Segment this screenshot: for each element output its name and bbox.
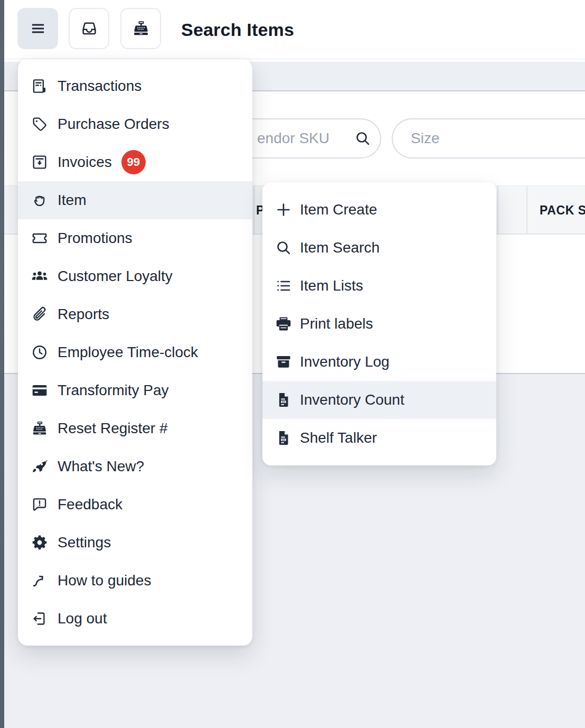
hand-icon xyxy=(31,191,49,209)
menu-item-label: How to guides xyxy=(58,572,151,589)
menu-item-purchase-orders[interactable]: Purchase Orders xyxy=(18,105,252,143)
menu-item-reset-register[interactable]: Reset Register # xyxy=(18,409,252,447)
size-placeholder: Size xyxy=(393,130,439,147)
column-divider xyxy=(253,186,254,234)
menu-item-label: Settings xyxy=(58,534,111,551)
hamburger-icon xyxy=(29,19,48,38)
menu-item-label: Customer Loyalty xyxy=(58,268,173,285)
menu-item-label: What's New? xyxy=(58,458,144,475)
submenu-item-item-lists[interactable]: Item Lists xyxy=(262,267,496,305)
receipt-icon xyxy=(31,77,49,95)
menu-item-reports[interactable]: Reports xyxy=(18,295,252,333)
gear-icon xyxy=(31,534,49,552)
inbox-button[interactable] xyxy=(69,8,109,49)
menu-item-how-to-guides[interactable]: How to guides xyxy=(18,562,252,600)
item-submenu: Item CreateItem SearchItem ListsPrint la… xyxy=(262,182,496,465)
document-icon xyxy=(275,391,292,409)
menu-item-label: Invoices xyxy=(58,154,112,171)
menu-item-employee-time-clock[interactable]: Employee Time-clock xyxy=(18,333,252,371)
submenu-item-inventory-log[interactable]: Inventory Log xyxy=(262,343,496,381)
submenu-item-label: Item Lists xyxy=(300,277,363,294)
menu-item-what-s-new[interactable]: What's New? xyxy=(18,447,252,486)
search-icon xyxy=(275,239,292,257)
printer-icon xyxy=(275,315,292,333)
search-icon[interactable] xyxy=(354,129,372,147)
menu-item-label: Transformity Pay xyxy=(58,382,169,399)
submenu-item-label: Item Search xyxy=(300,239,380,256)
menu-item-label: Item xyxy=(58,192,86,209)
menu-item-transactions[interactable]: Transactions xyxy=(18,67,252,105)
invoice-box-icon xyxy=(31,153,49,171)
column-divider xyxy=(526,186,527,234)
credit-card-icon xyxy=(31,381,49,399)
paperclip-icon xyxy=(31,305,49,323)
window-edge-strip xyxy=(0,0,4,728)
submenu-item-label: Shelf Talker xyxy=(300,430,377,446)
app-window: endor SKU Size P PACK S Search Items Tra… xyxy=(0,0,585,728)
notification-badge: 99 xyxy=(121,150,146,174)
menu-item-label: Log out xyxy=(58,610,107,627)
submenu-item-label: Inventory Log xyxy=(300,353,390,370)
item-search-placeholder: endor SKU xyxy=(257,130,329,147)
menu-item-label: Feedback xyxy=(58,496,122,513)
ticket-icon xyxy=(31,229,49,247)
hamburger-menu-button[interactable] xyxy=(17,8,58,49)
submenu-item-label: Inventory Count xyxy=(300,391,404,408)
register-button[interactable] xyxy=(120,8,161,49)
menu-item-label: Purchase Orders xyxy=(58,116,169,133)
menu-item-item[interactable]: Item xyxy=(18,181,252,219)
table-header-col-pack-size: PACK S xyxy=(540,186,585,235)
menu-item-customer-loyalty[interactable]: Customer Loyalty xyxy=(18,257,252,295)
menu-item-settings[interactable]: Settings xyxy=(18,524,252,562)
archive-box-icon xyxy=(275,353,292,371)
submenu-item-item-create[interactable]: Item Create xyxy=(262,191,496,229)
feedback-bubble-icon xyxy=(31,496,49,514)
rocket-icon xyxy=(31,458,49,475)
menu-item-feedback[interactable]: Feedback xyxy=(18,486,252,524)
main-navigation-menu: TransactionsPurchase OrdersInvoices99Ite… xyxy=(18,59,252,646)
submenu-item-shelf-talker[interactable]: Shelf Talker xyxy=(262,419,496,457)
size-filter-input[interactable]: Size xyxy=(392,118,585,158)
plus-icon xyxy=(275,201,292,219)
submenu-item-item-search[interactable]: Item Search xyxy=(262,229,496,267)
submenu-item-label: Item Create xyxy=(300,201,377,218)
users-icon xyxy=(31,267,49,285)
menu-item-transformity-pay[interactable]: Transformity Pay xyxy=(18,371,252,409)
submenu-item-inventory-count[interactable]: Inventory Count xyxy=(262,381,496,419)
menu-item-label: Transactions xyxy=(58,78,141,95)
menu-item-label: Promotions xyxy=(58,230,133,247)
submenu-item-print-labels[interactable]: Print labels xyxy=(262,305,496,343)
menu-item-label: Reports xyxy=(58,306,109,323)
top-bar: Search Items xyxy=(4,0,585,59)
path-arrow-icon xyxy=(31,572,49,590)
clock-icon xyxy=(31,343,49,361)
document-icon xyxy=(275,429,292,447)
cash-register-icon xyxy=(131,19,150,38)
inbox-tray-icon xyxy=(80,19,99,38)
list-icon xyxy=(275,277,292,295)
tag-icon xyxy=(31,115,49,133)
cash-register-icon xyxy=(31,419,49,437)
menu-item-label: Employee Time-clock xyxy=(58,344,198,361)
menu-item-invoices[interactable]: Invoices99 xyxy=(18,143,252,181)
menu-item-log-out[interactable]: Log out xyxy=(18,600,252,638)
submenu-item-label: Print labels xyxy=(300,315,373,332)
menu-item-label: Reset Register # xyxy=(58,420,168,437)
page-title: Search Items xyxy=(181,0,294,59)
column-divider xyxy=(497,186,498,234)
menu-item-promotions[interactable]: Promotions xyxy=(18,219,252,257)
logout-icon xyxy=(31,610,49,628)
